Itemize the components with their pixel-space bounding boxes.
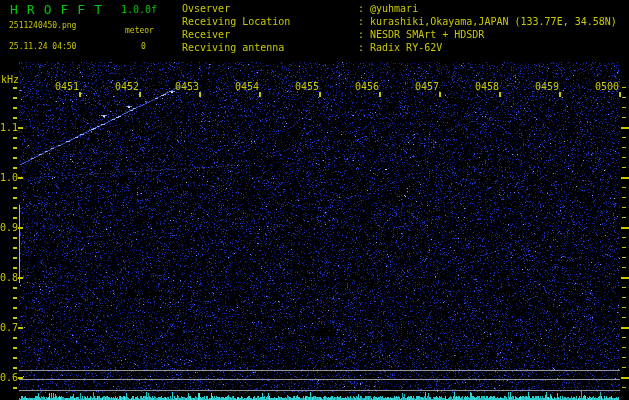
freq-minor-tick-left	[13, 197, 17, 199]
freq-minor-tick-left	[13, 137, 17, 139]
info-value: kurashiki,Okayama,JAPAN (133.77E, 34.58N…	[370, 16, 617, 27]
freq-minor-tick-right	[622, 107, 626, 108]
info-label: Receiver	[182, 28, 358, 41]
receiver-info-row: Receiver:NESDR SMArt + HDSDR	[182, 28, 617, 41]
receiver-info-block: Ovserver:@yuhmariReceiving Location:kura…	[182, 2, 617, 54]
freq-minor-tick-right	[622, 247, 626, 248]
freq-minor-tick-left	[13, 357, 17, 359]
freq-major-tick-right	[621, 277, 629, 279]
time-tick-mark	[139, 92, 141, 97]
freq-tick-label: 0.6	[0, 372, 18, 383]
info-label: Recviving antenna	[182, 41, 358, 54]
freq-major-tick-left	[18, 227, 23, 229]
output-filename: 2511240450.png	[9, 21, 76, 31]
freq-minor-tick-left	[13, 367, 17, 369]
freq-minor-tick-right	[622, 237, 626, 238]
time-tick-mark	[319, 92, 321, 97]
freq-minor-tick-right	[622, 197, 626, 198]
time-tick-mark	[439, 92, 441, 97]
info-value: Radix RY-62V	[370, 42, 442, 53]
freq-minor-tick-left	[13, 297, 17, 299]
info-label: Ovserver	[182, 2, 358, 15]
time-tick-label: 0456	[354, 81, 379, 92]
freq-minor-tick-left	[13, 207, 17, 209]
app-title: HROFFT	[10, 3, 111, 16]
freq-major-tick-left	[18, 277, 23, 279]
freq-minor-tick-right	[622, 337, 626, 338]
freq-major-tick-right	[621, 227, 629, 229]
freq-minor-tick-left	[13, 147, 17, 149]
receiver-info-row: Recviving antenna:Radix RY-62V	[182, 41, 617, 54]
freq-minor-tick-right	[622, 297, 626, 298]
freq-minor-tick-right	[622, 137, 626, 138]
freq-minor-tick-right	[622, 147, 626, 148]
freq-minor-tick-left	[13, 87, 17, 89]
time-tick-label: 0453	[174, 81, 199, 92]
time-tick-label: 0454	[234, 81, 259, 92]
time-tick-mark	[619, 92, 621, 97]
freq-minor-tick-right	[622, 387, 626, 388]
time-tick-label: 0451	[54, 81, 79, 92]
freq-minor-tick-left	[13, 187, 17, 189]
spectrogram-canvas	[0, 0, 629, 400]
info-label: Receiving Location	[182, 15, 358, 28]
time-tick-mark	[199, 92, 201, 97]
freq-major-tick-left	[18, 177, 23, 179]
meteor-count-value: 0	[141, 42, 146, 52]
time-tick-mark	[379, 92, 381, 97]
freq-minor-tick-right	[622, 167, 626, 168]
freq-minor-tick-right	[622, 367, 626, 368]
receiver-info-row: Ovserver:@yuhmari	[182, 2, 617, 15]
freq-major-tick-left	[18, 327, 23, 329]
info-colon: :	[358, 15, 370, 28]
time-tick-label: 0459	[534, 81, 559, 92]
freq-minor-tick-right	[622, 87, 626, 88]
y-axis-unit-label: kHz	[1, 74, 19, 85]
freq-minor-tick-left	[13, 217, 17, 219]
freq-major-tick-right	[621, 327, 629, 329]
time-tick-mark	[259, 92, 261, 97]
app-version: 1.0.0f	[121, 4, 157, 15]
freq-minor-tick-left	[13, 237, 17, 239]
receiver-info-row: Receiving Location:kurashiki,Okayama,JAP…	[182, 15, 617, 28]
freq-tick-label: 1.0	[0, 172, 18, 183]
info-colon: :	[358, 2, 370, 15]
observation-datetime: 25.11.24 04:50	[9, 42, 76, 52]
freq-minor-tick-right	[622, 97, 626, 98]
hrofft-screenshot: HROFFT 1.0.0f 2511240450.png meteor 25.1…	[0, 0, 629, 400]
info-value: @yuhmari	[370, 3, 418, 14]
freq-major-tick-left	[18, 127, 23, 129]
info-colon: :	[358, 28, 370, 41]
freq-minor-tick-right	[622, 187, 626, 188]
freq-minor-tick-right	[622, 357, 626, 358]
info-value: NESDR SMArt + HDSDR	[370, 29, 484, 40]
freq-minor-tick-right	[622, 307, 626, 308]
freq-minor-tick-right	[622, 117, 626, 118]
freq-minor-tick-left	[13, 387, 17, 389]
time-tick-mark	[79, 92, 81, 97]
freq-minor-tick-left	[13, 317, 17, 319]
meteor-count-label: meteor	[125, 26, 154, 36]
freq-tick-label: 1.1	[0, 122, 18, 133]
time-tick-label: 0455	[294, 81, 319, 92]
time-tick-label: 0457	[414, 81, 439, 92]
freq-minor-tick-left	[13, 157, 17, 159]
freq-minor-tick-left	[13, 167, 17, 169]
freq-minor-tick-left	[13, 287, 17, 289]
time-tick-label: 0452	[114, 81, 139, 92]
freq-minor-tick-left	[13, 97, 17, 99]
time-tick-mark	[499, 92, 501, 97]
freq-minor-tick-right	[622, 287, 626, 288]
freq-minor-tick-right	[622, 317, 626, 318]
freq-minor-tick-left	[13, 117, 17, 119]
info-colon: :	[358, 41, 370, 54]
freq-minor-tick-right	[622, 257, 626, 258]
freq-minor-tick-left	[13, 107, 17, 109]
time-tick-label: 0500	[594, 81, 619, 92]
freq-minor-tick-left	[13, 347, 17, 349]
freq-minor-tick-right	[622, 267, 626, 268]
freq-tick-label: 0.8	[0, 272, 18, 283]
time-tick-mark	[559, 92, 561, 97]
freq-minor-tick-right	[622, 347, 626, 348]
freq-minor-tick-right	[622, 207, 626, 208]
